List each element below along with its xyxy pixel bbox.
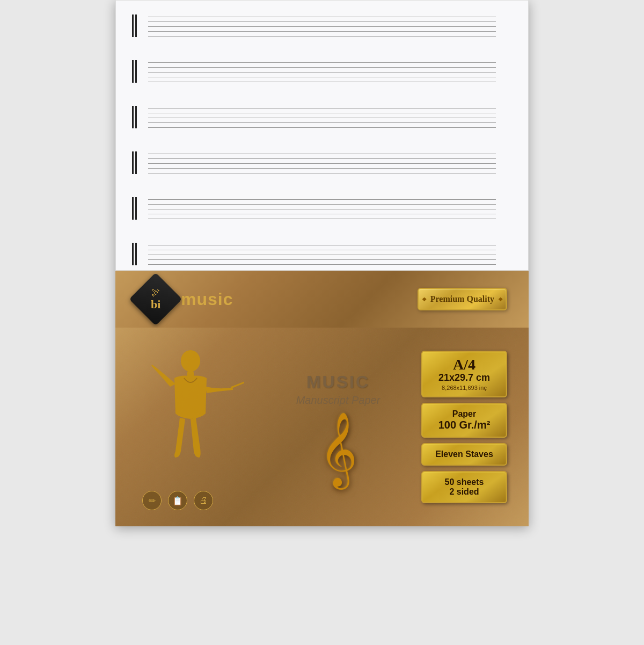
dimensions-in: 8,268x11,693 inç (430, 385, 499, 391)
clef-bar-2 (135, 60, 137, 83)
clef-mark (132, 106, 137, 128)
staff-line (148, 122, 496, 123)
staff-line (148, 77, 496, 77)
clef-mark (132, 60, 137, 83)
svg-point-0 (181, 350, 200, 372)
conductor-area: ✏ 📋 🖨 (137, 344, 255, 510)
conductor-icons: ✏ 📋 🖨 (137, 491, 255, 510)
staff-line (148, 219, 496, 219)
staves-spec-box: Eleven Staves (421, 443, 507, 466)
clef-mark (132, 15, 137, 37)
staff-lines (148, 154, 496, 173)
staff-line (148, 26, 496, 27)
staff-group (148, 108, 496, 128)
staff-line (148, 259, 496, 260)
logo-diamond: 🕊 bi (129, 273, 182, 326)
staff-line (148, 255, 496, 255)
conductor-illustration (137, 344, 244, 483)
logo-music-text: music (181, 289, 233, 309)
staff-line (148, 36, 496, 37)
staff-line (148, 72, 496, 73)
clef-bar-1 (132, 151, 134, 174)
pencil-icon: ✏ (149, 496, 156, 506)
staff-line (148, 158, 496, 159)
size-label: A/4 (430, 357, 499, 372)
staff-line (148, 108, 496, 108)
staff-line (148, 214, 496, 214)
staff-lines (148, 62, 496, 82)
staff-line (148, 209, 496, 209)
sheets-spec-box: 50 sheets 2 sided (421, 471, 507, 503)
clef-bar-1 (132, 243, 134, 265)
clef-bar-1 (132, 106, 134, 128)
dimensions-cm: 21x29.7 cm (430, 372, 499, 383)
product-subtitle: Manuscript Paper (296, 394, 380, 407)
staff-lines (148, 108, 496, 128)
specs-area: A/4 21x29.7 cm 8,268x11,693 inç Paper 10… (421, 351, 507, 503)
staff-line (148, 264, 496, 265)
clef-bar-2 (135, 151, 137, 174)
paper-spec-box: Paper 100 Gr./m² (421, 403, 507, 438)
staff-line (148, 113, 496, 113)
pencil-icon-circle: ✏ (142, 491, 162, 510)
clef-mark (132, 197, 137, 220)
sheets-label: 50 sheets (430, 477, 499, 487)
staff-group (148, 245, 496, 265)
clef-bar-2 (135, 197, 137, 220)
brand-band: 🕊 bi music Premium Quality (115, 271, 529, 328)
center-area: MUSIC Manuscript Paper 𝄞 (266, 372, 411, 482)
staff-lines (148, 17, 496, 37)
size-spec-box: A/4 21x29.7 cm 8,268x11,693 inç (421, 351, 507, 397)
staff-line (148, 62, 496, 63)
notebook-container: 🕊 bi music Premium Quality (115, 0, 529, 526)
clef-mark (132, 243, 137, 265)
staff-line (148, 82, 496, 82)
product-info-section: ✏ 📋 🖨 MUSIC Manuscript Paper 𝄞 A/4 21x (115, 328, 529, 526)
printer-icon: 🖨 (199, 496, 208, 505)
clef-bar-2 (135, 15, 137, 37)
premium-quality-badge: Premium Quality (418, 288, 507, 310)
bird-icon: 🕊 (151, 288, 160, 298)
staff-line (148, 173, 496, 173)
staff-line (148, 250, 496, 250)
logo-area: 🕊 bi music (137, 280, 233, 318)
clef-mark (132, 151, 137, 174)
staff-line (148, 118, 496, 118)
staff-lines (148, 199, 496, 219)
staff-group (148, 154, 496, 173)
book-icon: 📋 (172, 496, 183, 506)
staff-line (148, 127, 496, 128)
book-icon-circle: 📋 (168, 491, 187, 510)
svg-line-2 (231, 381, 244, 388)
staff-line (148, 31, 496, 32)
sided-label: 2 sided (430, 487, 499, 497)
clef-bar-2 (135, 106, 137, 128)
staff-line (148, 204, 496, 205)
staff-line (148, 154, 496, 154)
staff-line (148, 168, 496, 169)
paper-weight: 100 Gr./m² (430, 419, 499, 431)
printer-icon-circle: 🖨 (194, 491, 213, 510)
staff-line (148, 17, 496, 17)
staff-line (148, 199, 496, 200)
staff-group (148, 62, 496, 82)
staff-line (148, 67, 496, 68)
staff-lines (148, 245, 496, 265)
staff-line (148, 21, 496, 22)
clef-bar-1 (132, 15, 134, 37)
staff-group (148, 17, 496, 37)
logo-bi-text: bi (151, 299, 160, 310)
treble-clef-symbol: 𝄞 (319, 417, 357, 482)
clef-bar-2 (135, 243, 137, 265)
paper-section (115, 0, 529, 271)
clef-bar-1 (132, 60, 134, 83)
logo-diamond-inner: 🕊 bi (151, 288, 160, 310)
staff-line (148, 163, 496, 164)
paper-label: Paper (430, 409, 499, 419)
staff-line (148, 245, 496, 245)
clef-bar-1 (132, 197, 134, 220)
product-title: MUSIC (306, 372, 370, 392)
staves-label: Eleven Staves (430, 450, 499, 459)
staff-group (148, 199, 496, 219)
